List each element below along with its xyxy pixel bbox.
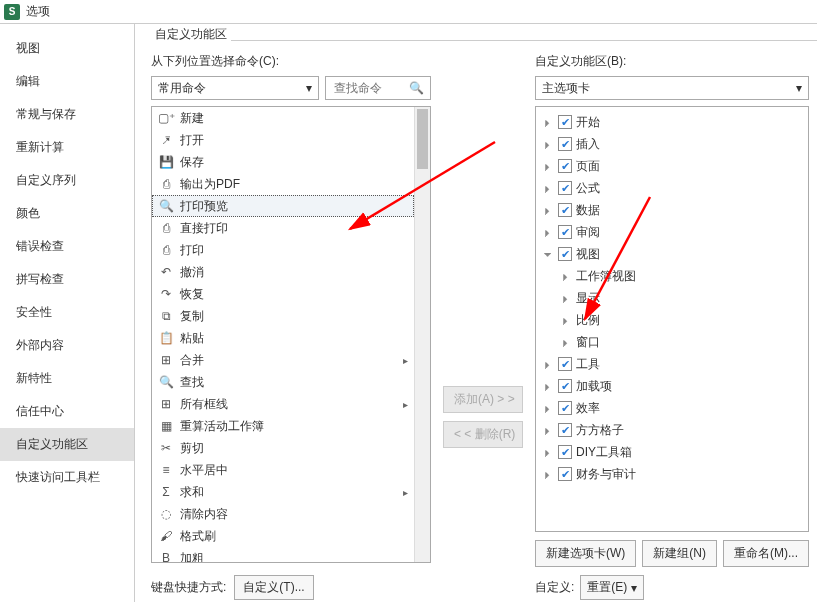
tree-checkbox[interactable]: ✔ [558,137,572,151]
tree-item[interactable]: ⏵✔页面 [536,155,808,177]
sidebar-item-0[interactable]: 视图 [0,32,134,65]
sidebar-item-5[interactable]: 颜色 [0,197,134,230]
sidebar-item-7[interactable]: 拼写检查 [0,263,134,296]
sidebar-item-9[interactable]: 外部内容 [0,329,134,362]
command-item[interactable]: ⊞所有框线▸ [152,393,414,415]
command-item[interactable]: ⎙打印 [152,239,414,261]
tree-checkbox[interactable]: ✔ [558,445,572,459]
tree-item[interactable]: ⏵显示 [536,287,808,309]
tree-checkbox[interactable]: ✔ [558,467,572,481]
expander-closed-icon[interactable]: ⏵ [542,446,554,458]
expander-closed-icon[interactable]: ⏵ [542,424,554,436]
command-item[interactable]: 📋粘贴 [152,327,414,349]
expander-closed-icon[interactable]: ⏵ [542,358,554,370]
tree-item[interactable]: ⏵✔审阅 [536,221,808,243]
tree-item[interactable]: ⏵✔插入 [536,133,808,155]
tree-item[interactable]: ⏷✔视图 [536,243,808,265]
tree-checkbox[interactable]: ✔ [558,181,572,195]
command-item[interactable]: ✂剪切 [152,437,414,459]
command-item[interactable]: B加粗 [152,547,414,562]
sidebar-item-3[interactable]: 重新计算 [0,131,134,164]
customize-shortcut-button[interactable]: 自定义(T)... [234,575,313,600]
expander-closed-icon[interactable]: ⏵ [560,336,572,348]
command-item[interactable]: ≡水平居中 [152,459,414,481]
command-item[interactable]: ⎙直接打印 [152,217,414,239]
tree-item[interactable]: ⏵✔方方格子 [536,419,808,441]
commands-listbox[interactable]: ▢⁺新建⭷打开💾保存⎙输出为PDF🔍打印预览⎙直接打印⎙打印↶撤消↷恢复⧉复制📋… [151,106,431,563]
scrollbar[interactable] [414,107,430,562]
ribbon-tree[interactable]: ⏵✔开始⏵✔插入⏵✔页面⏵✔公式⏵✔数据⏵✔审阅⏷✔视图⏵工作簿视图⏵显示⏵比例… [535,106,809,532]
command-item[interactable]: ↷恢复 [152,283,414,305]
expander-closed-icon[interactable]: ⏵ [542,116,554,128]
sidebar-item-2[interactable]: 常规与保存 [0,98,134,131]
tree-item[interactable]: ⏵✔DIY工具箱 [536,441,808,463]
new-group-button[interactable]: 新建组(N) [642,540,717,567]
tree-checkbox[interactable]: ✔ [558,159,572,173]
tree-item[interactable]: ⏵✔效率 [536,397,808,419]
tree-item[interactable]: ⏵工作簿视图 [536,265,808,287]
command-item[interactable]: 💾保存 [152,151,414,173]
tree-checkbox[interactable]: ✔ [558,115,572,129]
tree-item[interactable]: ⏵✔工具 [536,353,808,375]
choose-from-label: 从下列位置选择命令(C): [151,53,431,70]
sidebar-item-13[interactable]: 快速访问工具栏 [0,461,134,494]
command-item[interactable]: Σ求和▸ [152,481,414,503]
command-item[interactable]: ⊞合并▸ [152,349,414,371]
command-item[interactable]: ▦重算活动工作簿 [152,415,414,437]
scroll-thumb[interactable] [417,109,428,169]
command-item[interactable]: 🔍打印预览 [152,195,414,217]
new-tab-button[interactable]: 新建选项卡(W) [535,540,636,567]
command-item[interactable]: ▢⁺新建 [152,107,414,129]
tree-label: 视图 [576,246,600,263]
command-item[interactable]: ⭷打开 [152,129,414,151]
sidebar-item-1[interactable]: 编辑 [0,65,134,98]
expander-closed-icon[interactable]: ⏵ [542,182,554,194]
command-item[interactable]: ⎙输出为PDF [152,173,414,195]
command-item[interactable]: 🖌格式刷 [152,525,414,547]
sidebar-item-4[interactable]: 自定义序列 [0,164,134,197]
tree-checkbox[interactable]: ✔ [558,357,572,371]
tree-item[interactable]: ⏵比例 [536,309,808,331]
tree-item[interactable]: ⏵✔公式 [536,177,808,199]
tree-item[interactable]: ⏵✔财务与审计 [536,463,808,485]
sidebar-item-12[interactable]: 自定义功能区 [0,428,134,461]
command-item[interactable]: ↶撤消 [152,261,414,283]
search-commands-input[interactable]: 🔍 [325,76,431,100]
sidebar-item-6[interactable]: 错误检查 [0,230,134,263]
expander-closed-icon[interactable]: ⏵ [542,204,554,216]
expander-closed-icon[interactable]: ⏵ [542,226,554,238]
tree-item[interactable]: ⏵✔开始 [536,111,808,133]
sidebar-item-11[interactable]: 信任中心 [0,395,134,428]
sidebar-item-8[interactable]: 安全性 [0,296,134,329]
remove-button[interactable]: < < 删除(R) [443,421,523,448]
expander-closed-icon[interactable]: ⏵ [560,270,572,282]
command-category-select[interactable]: 常用命令 ▾ [151,76,319,100]
expander-open-icon[interactable]: ⏷ [542,248,554,260]
tree-checkbox[interactable]: ✔ [558,247,572,261]
expander-closed-icon[interactable]: ⏵ [542,468,554,480]
tree-checkbox[interactable]: ✔ [558,401,572,415]
expander-closed-icon[interactable]: ⏵ [542,380,554,392]
sidebar-item-10[interactable]: 新特性 [0,362,134,395]
tree-item[interactable]: ⏵窗口 [536,331,808,353]
copy-icon: ⧉ [158,308,174,324]
expander-closed-icon[interactable]: ⏵ [542,402,554,414]
expander-closed-icon[interactable]: ⏵ [560,314,572,326]
reset-dropdown-button[interactable]: 重置(E) ▾ [580,575,644,600]
rename-button[interactable]: 重命名(M)... [723,540,809,567]
tree-checkbox[interactable]: ✔ [558,423,572,437]
tree-checkbox[interactable]: ✔ [558,379,572,393]
expander-closed-icon[interactable]: ⏵ [560,292,572,304]
expander-closed-icon[interactable]: ⏵ [542,138,554,150]
tree-label: 财务与审计 [576,466,636,483]
tree-item[interactable]: ⏵✔加载项 [536,375,808,397]
tree-checkbox[interactable]: ✔ [558,225,572,239]
ribbon-tabs-select[interactable]: 主选项卡 ▾ [535,76,809,100]
tree-checkbox[interactable]: ✔ [558,203,572,217]
command-item[interactable]: ◌清除内容 [152,503,414,525]
command-item[interactable]: 🔍查找 [152,371,414,393]
add-button[interactable]: 添加(A) > > [443,386,523,413]
tree-item[interactable]: ⏵✔数据 [536,199,808,221]
command-item[interactable]: ⧉复制 [152,305,414,327]
expander-closed-icon[interactable]: ⏵ [542,160,554,172]
